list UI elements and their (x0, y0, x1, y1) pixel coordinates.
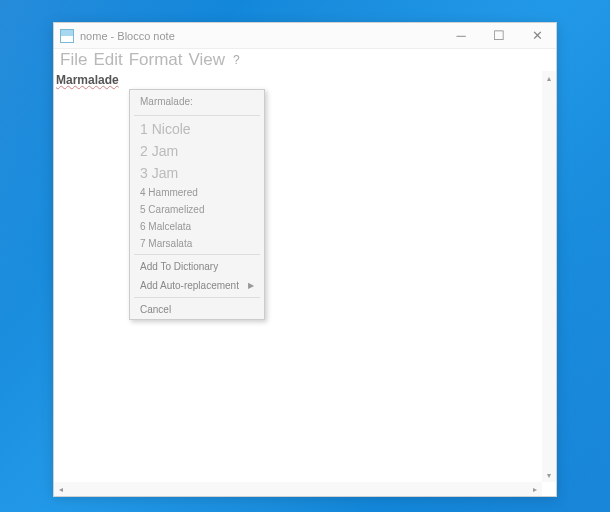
suggestion-2[interactable]: 2 Jam (130, 140, 264, 162)
scroll-down-icon[interactable]: ▾ (542, 468, 556, 482)
add-to-dictionary[interactable]: Add To Dictionary (130, 257, 264, 276)
titlebar[interactable]: nome - Blocco note ─ ☐ ✕ (54, 23, 556, 49)
notepad-window: nome - Blocco note ─ ☐ ✕ File Edit Forma… (53, 22, 557, 497)
menubar: File Edit Format View ? (54, 49, 556, 71)
maximize-button[interactable]: ☐ (480, 23, 518, 49)
suggestion-5[interactable]: 5 Caramelized (130, 201, 264, 218)
horizontal-scrollbar[interactable]: ◂ ▸ (54, 482, 542, 496)
suggestion-6[interactable]: 6 Malcelata (130, 218, 264, 235)
submenu-arrow-icon: ▶ (248, 281, 254, 290)
notepad-icon (60, 29, 74, 43)
cancel-menu-item[interactable]: Cancel (130, 300, 264, 319)
suggestion-3[interactable]: 3 Jam (130, 162, 264, 184)
scroll-left-icon[interactable]: ◂ (54, 482, 68, 496)
menu-separator (134, 297, 260, 298)
menu-file[interactable]: File (58, 50, 89, 70)
menu-separator (134, 254, 260, 255)
document-text[interactable]: Marmalade (56, 73, 119, 87)
suggestion-4[interactable]: 4 Hammered (130, 184, 264, 201)
menu-view[interactable]: View (187, 50, 228, 70)
context-menu-header: Marmalade: (130, 90, 264, 113)
add-auto-replacement[interactable]: Add Auto-replacement ▶ (130, 276, 264, 295)
scroll-right-icon[interactable]: ▸ (528, 482, 542, 496)
close-button[interactable]: ✕ (518, 23, 556, 49)
window-title: nome - Blocco note (80, 30, 442, 42)
menu-edit[interactable]: Edit (91, 50, 124, 70)
menu-help[interactable]: ? (229, 53, 244, 67)
window-controls: ─ ☐ ✕ (442, 23, 556, 49)
minimize-button[interactable]: ─ (442, 23, 480, 49)
text-area[interactable]: Marmalade Marmalade: 1 Nicole 2 Jam 3 Ja… (54, 71, 556, 496)
scroll-up-icon[interactable]: ▴ (542, 71, 556, 85)
suggestion-1[interactable]: 1 Nicole (130, 118, 264, 140)
spellcheck-context-menu: Marmalade: 1 Nicole 2 Jam 3 Jam 4 Hammer… (129, 89, 265, 320)
suggestion-7[interactable]: 7 Marsalata (130, 235, 264, 252)
menu-format[interactable]: Format (127, 50, 185, 70)
menu-separator (134, 115, 260, 116)
vertical-scrollbar[interactable]: ▴ ▾ (542, 71, 556, 482)
